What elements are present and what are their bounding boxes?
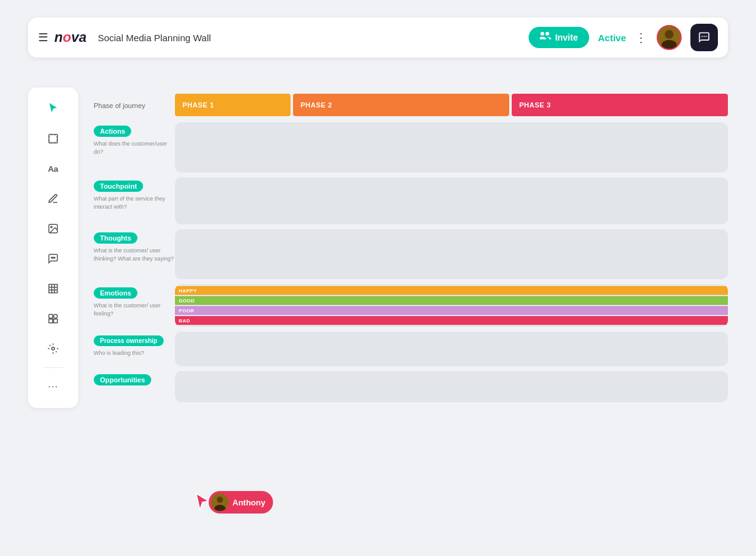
opportunities-row: Opportunities	[94, 371, 728, 402]
touchpoint-content[interactable]	[175, 177, 728, 224]
emotions-label-col: Emotions What is the customer/ user feel…	[94, 284, 175, 317]
svg-rect-10	[49, 314, 52, 318]
svg-rect-3	[49, 134, 57, 143]
sidebar-item-table[interactable]	[39, 275, 67, 302]
process-tag: Process ownership	[94, 335, 164, 346]
sidebar-item-tools[interactable]	[39, 335, 67, 362]
sidebar-item-cursor[interactable]	[39, 95, 67, 122]
opportunities-tag: Opportunities	[94, 374, 151, 385]
user-avatar[interactable]	[657, 25, 682, 50]
svg-rect-9	[49, 284, 57, 293]
invite-label: Invite	[555, 32, 578, 42]
process-label-col: Process ownership Who is leading this?	[94, 332, 175, 357]
svg-point-14	[52, 347, 55, 350]
invite-icon	[540, 32, 551, 43]
emotion-bar-happy: HAPPY	[175, 286, 728, 295]
journey-table: Phase of journey PHASE 1 PHASE 2 PHASE 3…	[94, 94, 728, 407]
emotions-row: Emotions What is the customer/ user feel…	[94, 284, 728, 327]
thoughts-content[interactable]	[175, 229, 728, 279]
actions-tag: Actions	[94, 126, 131, 137]
more-menu-button[interactable]: ⋮	[635, 30, 648, 45]
sidebar: Aa	[28, 87, 78, 408]
svg-point-5	[51, 226, 52, 227]
emotion-bar-bad: BAD	[175, 316, 728, 325]
header-left: ☰ nova Social Media Planning Wall	[38, 29, 529, 46]
thoughts-tag: Thoughts	[94, 232, 137, 244]
actions-label-col: Actions What does the customer/user do?	[94, 122, 175, 156]
thoughts-desc: What is the customer/ user thinking? Wha…	[94, 247, 175, 262]
process-desc: Who is leading this?	[94, 349, 175, 357]
sidebar-divider	[43, 367, 63, 368]
page-title: Social Media Planning Wall	[97, 32, 211, 43]
opportunities-label-col: Opportunities	[94, 371, 175, 385]
sidebar-item-shape[interactable]	[39, 305, 67, 332]
sidebar-item-frame[interactable]	[39, 125, 67, 152]
svg-rect-11	[54, 314, 57, 318]
actions-row: Actions What does the customer/user do?	[94, 122, 728, 172]
phase-label: Phase of journey	[94, 101, 175, 109]
thoughts-row: Thoughts What is the customer/ user thin…	[94, 229, 728, 279]
sidebar-item-text[interactable]: Aa	[39, 155, 67, 182]
opportunities-content[interactable]	[175, 371, 728, 402]
touchpoint-tag: Touchpoint	[94, 181, 143, 192]
sidebar-item-more[interactable]: ···	[39, 373, 67, 400]
svg-rect-12	[49, 319, 52, 323]
phase2-header: PHASE 2	[293, 94, 509, 116]
phase3-header: PHASE 3	[512, 94, 728, 116]
sidebar-item-image[interactable]	[39, 215, 67, 242]
emotions-tag: Emotions	[94, 287, 137, 299]
thoughts-label-col: Thoughts What is the customer/ user thin…	[94, 229, 175, 262]
process-content[interactable]	[175, 332, 728, 366]
invite-button[interactable]: Invite	[529, 27, 589, 48]
touchpoint-label-col: Touchpoint What part of the service they…	[94, 177, 175, 211]
actions-content[interactable]	[175, 122, 728, 172]
chat-button[interactable]	[690, 24, 718, 51]
svg-rect-13	[54, 319, 57, 323]
emotions-content[interactable]: HAPPY GOOD POOR BAD	[175, 284, 728, 327]
active-badge: Active	[598, 32, 626, 43]
touchpoint-desc: What part of the service they interact w…	[94, 195, 175, 211]
svg-point-7	[52, 257, 54, 259]
process-ownership-row: Process ownership Who is leading this?	[94, 332, 728, 366]
emotions-desc: What is the customer/ user feeling?	[94, 302, 175, 317]
sidebar-item-comment[interactable]	[39, 245, 67, 272]
menu-icon[interactable]: ☰	[38, 31, 48, 44]
emotion-bar-good: GOOD	[175, 296, 728, 305]
header-right: Invite Active ⋮	[529, 24, 718, 51]
actions-desc: What does the customer/user do?	[94, 140, 175, 156]
sidebar-item-pen[interactable]	[39, 185, 67, 212]
phase1-header: PHASE 1	[175, 94, 291, 116]
header: ☰ nova Social Media Planning Wall Invite…	[28, 17, 728, 57]
svg-point-8	[54, 257, 56, 259]
svg-point-6	[51, 257, 52, 259]
logo: nova	[54, 29, 86, 46]
touchpoint-row: Touchpoint What part of the service they…	[94, 177, 728, 224]
svg-point-1	[665, 30, 674, 39]
main-canvas: Phase of journey PHASE 1 PHASE 2 PHASE 3…	[94, 81, 728, 537]
emotion-bar-poor: POOR	[175, 306, 728, 315]
